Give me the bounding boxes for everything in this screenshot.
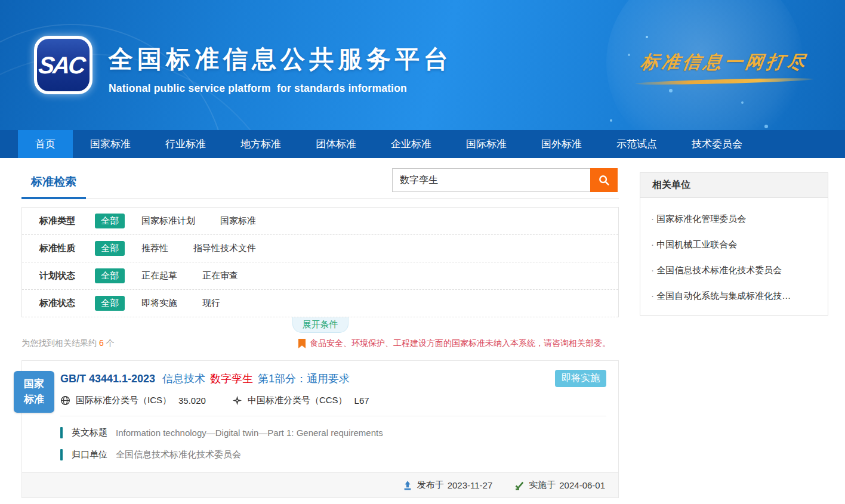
field-value: 全国信息技术标准化技术委员会 [116, 449, 241, 460]
ccs-group: 中国标准分类号（CCS） L67 [232, 395, 369, 406]
filter-option[interactable]: 国家标准计划 [141, 215, 195, 227]
search-input[interactable] [392, 168, 590, 192]
nav-item-technical-committees[interactable]: 技术委员会 [674, 130, 760, 158]
search-button[interactable] [590, 168, 618, 192]
results-count: 6 [99, 338, 104, 348]
filter-label: 标准类型 [39, 215, 95, 227]
sidebar: 相关单位 国家标准化管理委员会 中国机械工业联合会 全国信息技术标准化技术委员会… [640, 172, 828, 498]
standard-title-link[interactable]: GB/T 43441.1-2023信息技术数字孪生第1部分：通用要求 [60, 372, 606, 386]
published-label: 发布于 [417, 480, 444, 491]
main-column: 标准检索 标准类型 [21, 165, 619, 498]
page: SAC 全国标准信息公共服务平台 National public service… [0, 0, 845, 498]
expand-conditions-button[interactable]: 展开条件 [292, 317, 349, 333]
main-nav: 首页 国家标准 行业标准 地方标准 团体标准 企业标准 国际标准 国外标准 示范… [0, 130, 845, 158]
standard-type-badge: 国家 标准 [14, 371, 54, 413]
result-card-footer: 发布于 2023-11-27 实施于 2024-06-01 [22, 472, 618, 497]
related-unit-link[interactable]: 全国信息技术标准化技术委员会 [651, 265, 817, 276]
filter-all-badge[interactable]: 全部 [95, 268, 125, 283]
related-unit-link[interactable]: 全国自动化系统与集成标准化技… [651, 290, 817, 302]
banner-slogan: 标准信息一网打尽 [635, 50, 814, 84]
filter-option[interactable]: 现行 [202, 298, 220, 309]
filter-all-badge[interactable]: 全部 [95, 214, 125, 228]
standard-type-badge-line1: 国家 [24, 376, 44, 392]
standard-title-highlight: 数字孪生 [210, 373, 253, 385]
filter-option[interactable]: 推荐性 [141, 243, 168, 254]
field-label: 归口单位 [72, 449, 107, 460]
content: 标准检索 标准类型 [0, 158, 845, 498]
filter-row-standard-type: 标准类型 全部 国家标准计划 国家标准 [22, 208, 618, 235]
filter-label: 计划状态 [39, 270, 95, 282]
related-units-list: 国家标准化管理委员会 中国机械工业联合会 全国信息技术标准化技术委员会 全国自动… [640, 198, 828, 315]
filter-options: 即将实施 现行 [141, 298, 220, 309]
nav-item-international-standards[interactable]: 国际标准 [449, 130, 524, 158]
sac-logo-inner: SAC [37, 39, 90, 91]
nav-item-national-standards[interactable]: 国家标准 [73, 130, 148, 158]
nav-item-enterprise-standards[interactable]: 企业标准 [374, 130, 449, 158]
filter-all-badge[interactable]: 全部 [95, 241, 125, 256]
nav-item-industry-standards[interactable]: 行业标准 [148, 130, 223, 158]
filter-options: 国家标准计划 国家标准 [141, 215, 256, 227]
section-title-standard-search: 标准检索 [21, 174, 86, 199]
bookmark-icon [298, 339, 306, 348]
site-title-cn: 全国标准信息公共服务平台 [109, 43, 452, 76]
nav-item-home[interactable]: 首页 [18, 130, 73, 158]
search-box [392, 168, 618, 192]
implemented-date-item: 实施于 2024-06-01 [514, 480, 605, 491]
filter-label: 标准状态 [39, 298, 95, 309]
classification-row: 国际标准分类号（ICS） 35.020 中国标准分类号（CCS） L67 [60, 395, 606, 406]
results-summary-suffix: 个 [106, 338, 115, 348]
implemented-label: 实施于 [529, 480, 556, 491]
related-unit-link[interactable]: 中国机械工业联合会 [651, 239, 817, 251]
filter-panel: 标准类型 全部 国家标准计划 国家标准 标准性质 全部 推荐性 指导性技术文件 [21, 207, 619, 317]
site-titles: 全国标准信息公共服务平台 National public service pla… [109, 43, 452, 95]
standard-title-part1: 信息技术 [162, 373, 205, 385]
ics-value: 35.020 [178, 395, 206, 406]
implemented-date: 2024-06-01 [559, 480, 605, 490]
field-row-english-title: 英文标题 Information technology—Digital twin… [60, 427, 606, 438]
filter-option[interactable]: 国家标准 [220, 215, 256, 227]
nav-item-foreign-standards[interactable]: 国外标准 [524, 130, 599, 158]
field-accent-bar [60, 449, 63, 460]
system-notice: 食品安全、环境保护、工程建设方面的国家标准未纳入本系统，请咨询相关部委。 [298, 338, 610, 349]
result-card-body: GB/T 43441.1-2023信息技术数字孪生第1部分：通用要求 国际标准分… [22, 361, 618, 460]
filter-options: 正在起草 正在审查 [141, 270, 238, 282]
published-date-item: 发布于 2023-11-27 [402, 480, 493, 491]
related-units-title: 相关单位 [640, 173, 828, 198]
banner-slogan-text: 标准信息一网打尽 [633, 50, 816, 75]
nav-item-pilot-demonstration[interactable]: 示范试点 [599, 130, 674, 158]
ccs-label: 中国标准分类号（CCS） [248, 395, 347, 406]
ccs-value: L67 [354, 395, 369, 406]
standard-title-part2: 第1部分：通用要求 [258, 373, 350, 385]
filter-row-standard-status: 标准状态 全部 即将实施 现行 [22, 290, 618, 317]
filter-option[interactable]: 正在起草 [141, 270, 177, 282]
upload-icon [402, 480, 413, 491]
filter-option[interactable]: 即将实施 [141, 298, 177, 309]
nav-item-local-standards[interactable]: 地方标准 [223, 130, 298, 158]
standard-type-badge-line2: 标准 [24, 392, 44, 407]
search-section-header: 标准检索 [21, 165, 619, 199]
field-row-committee: 归口单位 全国信息技术标准化技术委员会 [60, 449, 606, 460]
results-summary-prefix: 为您找到相关结果约 [21, 338, 97, 348]
sac-logo[interactable]: SAC [34, 36, 92, 94]
status-badge: 即将实施 [555, 370, 606, 387]
standard-code: GB/T 43441.1-2023 [60, 373, 155, 385]
published-date: 2023-11-27 [448, 480, 493, 490]
filter-option[interactable]: 指导性技术文件 [193, 243, 256, 254]
field-label: 英文标题 [72, 427, 107, 438]
banner-decor-dots [646, 36, 648, 38]
site-banner: SAC 全国标准信息公共服务平台 National public service… [0, 0, 845, 130]
nav-item-group-standards[interactable]: 团体标准 [298, 130, 374, 158]
filter-option[interactable]: 正在审查 [202, 270, 238, 282]
filter-label: 标准性质 [39, 243, 95, 254]
filter-all-badge[interactable]: 全部 [95, 296, 125, 311]
field-accent-bar [60, 427, 63, 438]
site-title-en: National public service platform for sta… [109, 82, 452, 95]
system-notice-text: 食品安全、环境保护、工程建设方面的国家标准未纳入本系统，请咨询相关部委。 [310, 338, 610, 349]
globe-icon [60, 395, 70, 406]
magnifier-icon [597, 174, 610, 187]
result-card: 国家 标准 即将实施 GB/T 43441.1-2023信息技术数字孪生第1部分… [21, 360, 619, 498]
ics-label: 国际标准分类号（ICS） [76, 395, 171, 406]
related-unit-link[interactable]: 国家标准化管理委员会 [651, 214, 817, 225]
field-value: Information technology—Digital twin—Part… [116, 428, 383, 438]
compass-icon [232, 395, 242, 406]
